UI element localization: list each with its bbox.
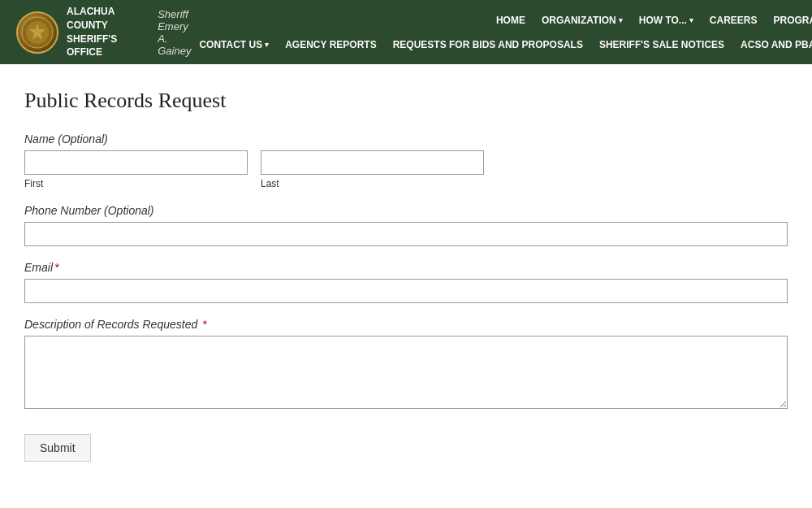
nav-sheriffs-sale[interactable]: SHERIFF'S SALE NOTICES xyxy=(591,33,732,57)
description-label: Description of Records Requested * xyxy=(24,318,788,331)
main-nav: HOME ORGANIZATION ▾ HOW TO... ▾ CAREERS … xyxy=(191,8,812,57)
chevron-down-icon: ▾ xyxy=(265,41,269,49)
main-content: Public Records Request Name (Optional) F… xyxy=(0,64,812,486)
first-name-input[interactable] xyxy=(24,150,248,175)
public-records-form: Name (Optional) First Last Phone Number … xyxy=(24,132,788,462)
nav-agency-reports[interactable]: AGENCY REPORTS xyxy=(277,33,384,57)
name-field-group: Name (Optional) First Last xyxy=(24,132,788,189)
logo-icon xyxy=(16,11,58,54)
site-header: ALACHUA COUNTY SHERIFF'S OFFICE Sheriff … xyxy=(0,0,812,64)
description-field-group: Description of Records Requested * xyxy=(24,318,788,411)
description-required-indicator: * xyxy=(199,318,206,331)
name-row: First Last xyxy=(24,150,788,189)
nav-contact[interactable]: CONTACT US ▾ xyxy=(191,33,277,57)
nav-row-1: HOME ORGANIZATION ▾ HOW TO... ▾ CAREERS … xyxy=(488,8,812,33)
last-name-col: Last xyxy=(261,150,484,189)
sheriff-name: Sheriff Emery A. Gainey xyxy=(158,8,191,57)
nav-bargaining[interactable]: ACSO AND PBA BARGAINING NEWS xyxy=(732,33,812,57)
chevron-down-icon: ▾ xyxy=(689,16,693,24)
nav-careers[interactable]: CAREERS xyxy=(702,8,766,33)
nav-how-to[interactable]: HOW TO... ▾ xyxy=(631,8,702,33)
nav-organization[interactable]: ORGANIZATION ▾ xyxy=(533,8,631,33)
nav-row-2: CONTACT US ▾ AGENCY REPORTS REQUESTS FOR… xyxy=(191,33,812,57)
first-name-col: First xyxy=(24,150,248,189)
email-field-group: Email* xyxy=(24,261,788,303)
last-label: Last xyxy=(261,178,484,189)
logo-area: ALACHUA COUNTY SHERIFF'S OFFICE xyxy=(16,5,117,59)
nav-home[interactable]: HOME xyxy=(488,8,533,33)
phone-input[interactable] xyxy=(24,222,788,246)
phone-label: Phone Number (Optional) xyxy=(24,204,788,217)
org-name: ALACHUA COUNTY SHERIFF'S OFFICE xyxy=(67,5,117,59)
nav-programs[interactable]: PROGRAMS AND SERVICES ▾ xyxy=(766,8,812,33)
email-input[interactable] xyxy=(24,279,788,303)
first-label: First xyxy=(24,178,248,189)
page-title: Public Records Request xyxy=(24,89,788,113)
email-label: Email* xyxy=(24,261,788,274)
name-label: Name (Optional) xyxy=(24,132,788,145)
email-required-indicator: * xyxy=(54,261,58,274)
nav-bids[interactable]: REQUESTS FOR BIDS AND PROPOSALS xyxy=(385,33,591,57)
last-name-input[interactable] xyxy=(261,150,484,175)
description-textarea[interactable] xyxy=(24,336,788,409)
submit-button[interactable]: Submit xyxy=(24,434,91,462)
chevron-down-icon: ▾ xyxy=(619,16,623,24)
phone-field-group: Phone Number (Optional) xyxy=(24,204,788,246)
